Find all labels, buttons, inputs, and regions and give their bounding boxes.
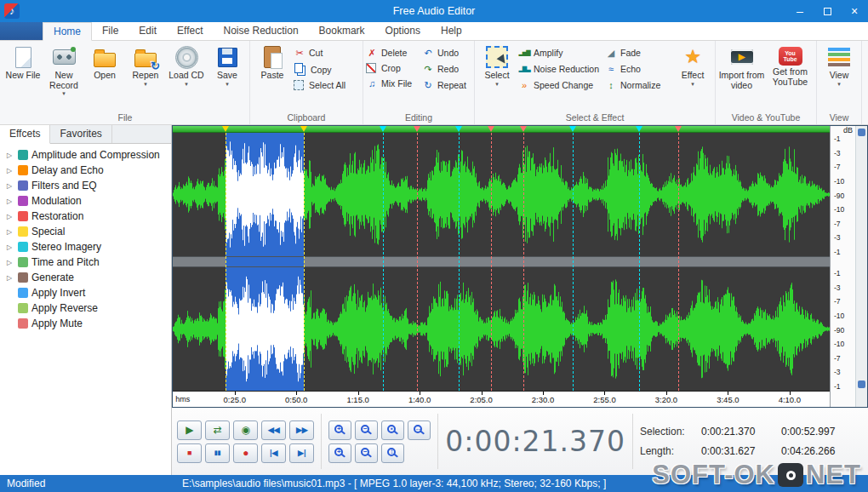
backstage-corner[interactable] [0,22,43,40]
tab-bookmark[interactable]: Bookmark [309,22,375,40]
forward-button[interactable]: ▶▶ [289,420,314,440]
minimize-button[interactable]: – [786,0,814,22]
vertical-zoom-handle-top[interactable] [858,129,865,136]
zoom-out-button[interactable]: − [355,420,378,440]
echo-button[interactable]: ≈ Echo [605,63,671,75]
cut-button[interactable]: ✂ Cut [294,47,360,59]
maximize-button[interactable] [814,0,841,22]
zoom-full-button[interactable]: ↔ [408,420,431,440]
app-icon: ♪ [4,3,20,19]
waveform-channel-left[interactable] [173,133,830,256]
loop-button[interactable]: ⇄ [205,420,230,440]
noise-reduction-button[interactable]: ▂▇▃ Noise Reduction [518,63,603,75]
reopen-button[interactable]: ↻ Repen ▾ [126,43,165,87]
waveform-channel-right[interactable] [173,267,830,391]
crop-button[interactable]: Crop [366,63,420,73]
play-button[interactable]: ▶ [177,420,202,440]
vertical-zoom-slider[interactable] [855,126,867,407]
next-button[interactable]: ▶| [289,443,314,463]
tree-item-restoration[interactable]: ▷Restoration [3,209,171,224]
timeline-unit-label: hms [175,395,190,403]
get-from-youtube-button[interactable]: You Tube Get from YouTube [767,43,814,87]
tab-noise-reduction[interactable]: Noise Reduction [214,22,309,40]
select-button[interactable]: Select ▾ [477,43,517,87]
current-time-display: 0:00:21.370 [445,425,625,458]
tab-favorites[interactable]: Favorites [50,125,111,143]
load-cd-button[interactable]: Load CD ▾ [167,43,206,87]
rewind-button[interactable]: ◀◀ [261,420,286,440]
undo-button[interactable]: ↶ Undo [422,47,471,59]
ribbon-group-file: New File New Record ▾ Open ↻ Repen ▾ [1,41,250,124]
normalize-button[interactable]: ↕ Normalize [605,79,671,91]
new-file-button[interactable]: New File [3,43,43,81]
zoom-in-button[interactable]: + [328,420,351,440]
amplify-button[interactable]: ▂▅▇ Amplify [518,47,603,59]
view-button[interactable]: View ▾ [819,43,859,87]
speed-change-button[interactable]: » Speed Change [518,79,603,91]
expand-arrow-icon[interactable]: ▷ [7,197,14,205]
delete-button[interactable]: ✗ Delete [366,47,420,59]
tree-item-apply-invert[interactable]: Apply Invert [3,285,171,300]
expand-arrow-icon[interactable]: ▷ [7,182,14,190]
tree-item-filters-and-eq[interactable]: ▷Filters and EQ [3,178,171,193]
import-from-video-button[interactable]: ▶ Import from video [718,43,765,90]
mix-file-button[interactable]: ♫ Mix File [366,77,420,89]
close-button[interactable]: × [841,0,868,22]
expand-arrow-icon[interactable]: ▷ [7,228,14,236]
redo-button[interactable]: ↷ Redo [422,63,471,75]
select-all-button[interactable]: Select All [294,80,360,90]
tree-item-special[interactable]: ▷Special [3,224,171,239]
tree-item-generate[interactable]: ▷Generate [3,270,171,285]
tab-effect[interactable]: Effect [167,22,213,40]
tab-home[interactable]: Home [43,22,92,41]
vertical-zoom-out-button[interactable]: − [355,443,378,463]
tree-item-apply-reverse[interactable]: Apply Reverse [3,300,171,316]
play-selection-button[interactable]: ◉ [233,420,258,440]
expand-arrow-icon[interactable]: ▷ [7,243,14,251]
tree-item-apply-mute[interactable]: Apply Mute [3,316,171,331]
expand-arrow-icon[interactable]: ▷ [7,259,14,266]
main-area: Effcets Favorites ▷Amplitude and Compres… [0,125,868,475]
copy-button[interactable]: Copy [294,63,360,76]
stop-button[interactable]: ■ [177,443,202,463]
window-title: Free Audio Editor [0,5,868,17]
dropdown-caret-icon: ▾ [691,81,694,87]
paste-button[interactable]: Paste [253,43,292,81]
pause-button[interactable]: ▮▮ [205,443,230,463]
vertical-zoom-in-button[interactable]: + [328,443,351,463]
expand-arrow-icon[interactable]: ▷ [7,274,14,282]
vertical-zoom-fit-button[interactable]: ↕ [381,443,404,463]
tab-file[interactable]: File [92,22,128,40]
record-button[interactable]: ● [233,443,258,463]
tab-effects[interactable]: Effcets [0,125,50,144]
tab-options[interactable]: Options [375,22,431,40]
fade-button[interactable]: ◢ Fade [605,47,671,59]
save-button[interactable]: Save ▾ [208,43,247,87]
button-label: Speed Change [534,80,593,90]
open-button[interactable]: Open [85,43,124,81]
new-record-button[interactable]: New Record ▾ [44,43,83,96]
waveform-display[interactable] [173,133,830,391]
tab-help[interactable]: Help [431,22,472,40]
tree-item-stereo-imagery[interactable]: ▷Stereo Imagery [3,239,171,255]
tab-edit[interactable]: Edit [128,22,167,40]
effect-button[interactable]: ★ Effect ▾ [673,43,712,87]
tree-item-label: Filters and EQ [31,180,97,192]
tree-item-amplitude-and-compression[interactable]: ▷Amplitude and Compression [3,147,171,163]
tree-item-modulation[interactable]: ▷Modulation [3,193,171,209]
zoom-selection-button[interactable]: ▪ [381,420,404,440]
previous-button[interactable]: |◀ [261,443,286,463]
vertical-zoom-handle-bottom[interactable] [858,380,865,388]
time-display-panel: 0:00:21.370 [445,425,625,458]
separator-selection-highlight [226,257,304,266]
expand-arrow-icon[interactable]: ▷ [7,152,14,159]
repeat-button[interactable]: ↻ Repeat [422,79,471,91]
tree-item-time-and-pitch[interactable]: ▷Time and Pitch [3,255,171,270]
loaded-progress-strip[interactable] [173,126,830,133]
timeline-ruler[interactable]: hms 0:25.00:50.01:15.01:40.02:05.02:30.0… [173,391,830,406]
separator [437,414,438,469]
expand-arrow-icon[interactable]: ▷ [7,167,14,174]
tree-item-delay-and-echo[interactable]: ▷Delay and Echo [3,163,171,178]
expand-arrow-icon[interactable]: ▷ [7,213,14,220]
button-label: Amplify [534,48,562,58]
